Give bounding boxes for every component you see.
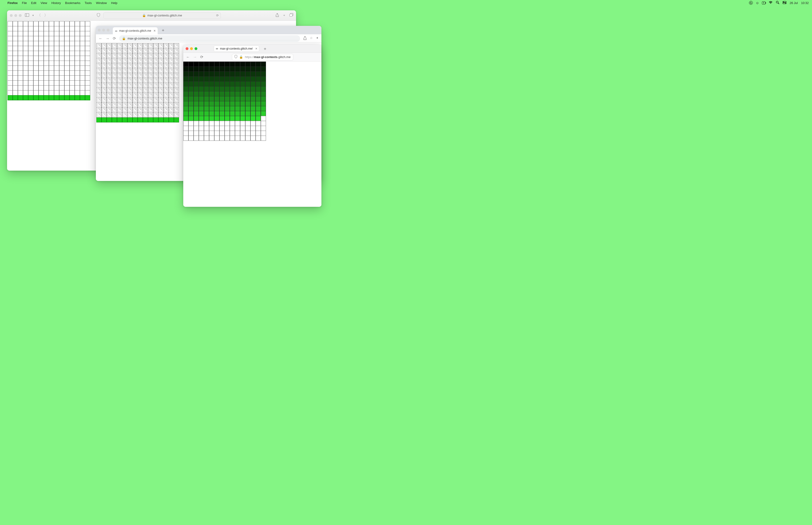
empty-canvas-cell [250, 121, 256, 126]
chrome-address-bar[interactable]: 🔒 max-gl-contexts.glitch.me [119, 35, 300, 42]
webgl-canvas-cell [13, 41, 18, 46]
chrome-traffic-lights[interactable] [98, 29, 109, 31]
webgl-canvas-cell [250, 81, 256, 87]
empty-canvas-cell [225, 136, 230, 141]
sidebar-icon[interactable] [25, 13, 29, 18]
webgl-canvas-cell [49, 36, 54, 41]
webgl-canvas-cell [209, 91, 214, 96]
webgl-canvas-cell [183, 62, 188, 67]
menu-tools[interactable]: Tools [85, 1, 92, 5]
firefox-traffic-lights[interactable] [186, 47, 197, 50]
status-g-icon[interactable]: G [749, 1, 753, 5]
safari-traffic-lights[interactable] [10, 14, 21, 17]
webgl-canvas-cell [230, 111, 235, 116]
webgl-canvas-cell [204, 66, 209, 72]
reload-icon[interactable]: ⟳ [216, 14, 219, 17]
battery-icon[interactable]: ↯ [762, 1, 765, 4]
webgl-canvas-cell [39, 95, 44, 100]
menubar-date[interactable]: 26 Jul [790, 1, 798, 5]
menubar-time[interactable]: 10:32 [801, 1, 809, 5]
webgl-canvas-cell [44, 26, 49, 31]
back-icon[interactable]: ← [186, 55, 190, 59]
extensions-icon[interactable]: ✦ [316, 36, 319, 41]
firefox-address-bar[interactable]: 🔒 https://max-gl-contexts.glitch.me [232, 54, 293, 60]
shield-icon[interactable] [97, 13, 100, 18]
webgl-canvas-cell [59, 26, 64, 31]
webgl-canvas-cell [245, 66, 250, 72]
safari-address-bar[interactable]: 🔒 max-gl-contexts.glitch.me ⟳ [103, 12, 221, 19]
now-playing-icon[interactable]: ⊙ [756, 1, 759, 5]
chrome-tab[interactable]: ∞ max-gl-contexts.glitch.me ✕ [113, 27, 158, 34]
empty-canvas-cell [261, 136, 266, 141]
empty-canvas-cell [199, 136, 204, 141]
forward-icon[interactable]: → [193, 55, 197, 59]
lost-context-cell [164, 68, 169, 73]
spotlight-icon[interactable] [776, 1, 779, 5]
firefox-tab[interactable]: ∞ max-gl-contexts.glitch.me/ ✕ [214, 46, 259, 52]
webgl-canvas-cell [70, 51, 75, 56]
webgl-canvas-cell [75, 65, 80, 71]
shield-icon[interactable] [234, 55, 237, 59]
new-tab-icon[interactable]: ＋ [282, 13, 286, 18]
firefox-new-tab-button[interactable]: ＋ [261, 46, 269, 51]
webgl-canvas-cell [214, 91, 219, 96]
webgl-canvas-cell [230, 81, 235, 87]
webgl-canvas-cell [39, 71, 44, 76]
menu-help[interactable]: Help [111, 1, 118, 5]
share-icon[interactable] [276, 13, 279, 18]
webgl-canvas-cell [204, 106, 209, 111]
wifi-icon[interactable] [769, 1, 772, 5]
lost-context-cell [122, 83, 127, 88]
reload-icon[interactable]: ⟳ [113, 36, 116, 41]
lost-context-cell [164, 83, 169, 88]
lost-context-cell [169, 88, 174, 93]
menu-history[interactable]: History [51, 1, 61, 5]
back-icon[interactable]: 〈 [37, 13, 41, 18]
menu-file[interactable]: File [22, 1, 27, 5]
menu-edit[interactable]: Edit [31, 1, 36, 5]
share-icon[interactable] [303, 36, 307, 41]
lost-context-cell [107, 83, 112, 88]
webgl-canvas-cell [13, 46, 18, 51]
menu-view[interactable]: View [41, 1, 47, 5]
lost-context-cell [127, 73, 133, 78]
webgl-canvas-cell [194, 116, 199, 121]
lost-context-cell [174, 103, 179, 108]
chevron-down-icon[interactable]: ▾ [32, 14, 34, 17]
active-app-name[interactable]: Firefox [7, 1, 18, 5]
webgl-canvas-cell [64, 46, 70, 51]
chrome-new-tab-button[interactable]: ＋ [159, 27, 167, 33]
close-tab-icon[interactable]: ✕ [153, 29, 156, 32]
tab-overview-icon[interactable] [289, 13, 293, 18]
webgl-canvas-cell [13, 75, 18, 80]
empty-canvas-cell [240, 131, 245, 136]
menu-window[interactable]: Window [96, 1, 107, 5]
webgl-canvas-cell [44, 90, 49, 95]
webgl-canvas-cell [225, 111, 230, 116]
bookmark-star-icon[interactable]: ☆ [310, 36, 313, 41]
webgl-canvas-cell [59, 71, 64, 76]
empty-canvas-cell [261, 131, 266, 136]
webgl-canvas-cell [256, 86, 261, 91]
webgl-canvas-cell [204, 76, 209, 81]
webgl-canvas-cell [7, 90, 13, 95]
lost-context-cell [133, 83, 138, 88]
forward-icon[interactable]: → [106, 36, 109, 41]
lost-context-cell [107, 63, 112, 68]
webgl-canvas-cell [261, 66, 266, 72]
lost-context-cell [122, 48, 127, 53]
lost-context-cell [174, 63, 179, 68]
forward-icon[interactable]: 〉 [44, 13, 48, 18]
control-center-icon[interactable] [783, 1, 786, 5]
menu-bookmarks[interactable]: Bookmarks [65, 1, 80, 5]
back-icon[interactable]: ← [99, 36, 103, 41]
webgl-canvas-cell [204, 116, 209, 121]
webgl-canvas-cell [194, 111, 199, 116]
lost-context-cell [127, 103, 133, 108]
reload-icon[interactable]: ⟳ [200, 55, 203, 59]
lost-context-cell [158, 43, 164, 48]
webgl-canvas-cell [188, 96, 194, 101]
lost-context-cell [122, 107, 127, 112]
webgl-canvas-cell [194, 86, 199, 91]
close-tab-icon[interactable]: ✕ [255, 47, 258, 50]
